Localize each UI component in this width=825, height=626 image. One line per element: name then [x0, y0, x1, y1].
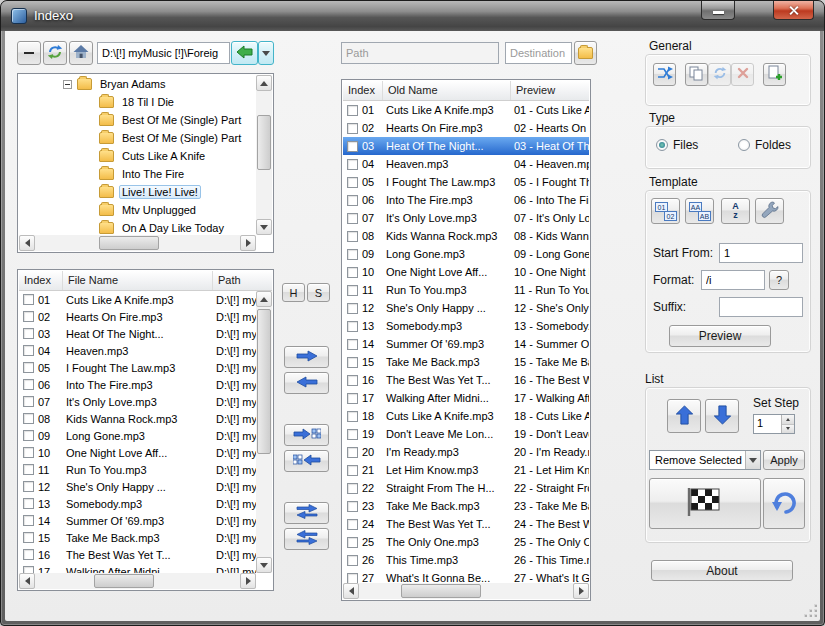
table-row[interactable]: 22Straight From The H...22 - Straight Fr… — [343, 479, 589, 497]
tree-collapse-icon[interactable] — [63, 80, 72, 89]
swap-lists-button-bottom[interactable] — [284, 528, 329, 550]
scroll-up-button[interactable] — [256, 75, 272, 91]
row-checkbox[interactable] — [23, 566, 34, 573]
suffix-input[interactable] — [719, 297, 803, 317]
destination-field[interactable] — [505, 42, 572, 64]
table-row[interactable]: 08Kids Wanna Rock.mp3D:\[!] myMusic — [19, 410, 256, 427]
tree-horizontal-scrollbar[interactable] — [19, 235, 256, 251]
row-checkbox[interactable] — [347, 249, 358, 260]
file-vertical-scrollbar[interactable] — [256, 291, 272, 573]
table-row[interactable]: 04Heaven.mp304 - Heaven.mp3 — [343, 155, 589, 173]
home-button[interactable] — [69, 41, 93, 65]
row-checkbox[interactable] — [23, 311, 34, 322]
scroll-thumb[interactable] — [257, 309, 271, 454]
table-row[interactable]: 08Kids Wanna Rock.mp308 - Kids Wanna ... — [343, 227, 589, 245]
row-checkbox[interactable] — [347, 411, 358, 422]
format-input[interactable] — [701, 270, 765, 290]
row-checkbox[interactable] — [23, 379, 34, 390]
table-row[interactable]: 14Summer Of '69.mp3D:\[!] myMusic — [19, 512, 256, 529]
row-checkbox[interactable] — [23, 532, 34, 543]
row-checkbox[interactable] — [23, 481, 34, 492]
column-header[interactable]: Index — [343, 81, 383, 100]
row-checkbox[interactable] — [347, 285, 358, 296]
row-checkbox[interactable] — [347, 483, 358, 494]
path-field[interactable] — [341, 42, 499, 64]
column-header[interactable]: Preview — [511, 81, 589, 100]
row-checkbox[interactable] — [347, 195, 358, 206]
move-left-button[interactable] — [284, 372, 329, 394]
scroll-thumb[interactable] — [257, 115, 271, 170]
row-checkbox[interactable] — [23, 515, 34, 526]
table-row[interactable]: 09Long Gone.mp3D:\[!] myMusic — [19, 427, 256, 444]
tree-item[interactable]: Best Of Me (Single) Part — [19, 129, 256, 147]
row-checkbox[interactable] — [347, 555, 358, 566]
row-checkbox[interactable] — [347, 159, 358, 170]
radio-folders[interactable]: Foldes — [738, 138, 791, 152]
tree-item[interactable]: 18 Til I Die — [19, 93, 256, 111]
table-row[interactable]: 19Don't Leave Me Lon...19 - Don't Leave … — [343, 425, 589, 443]
row-checkbox[interactable] — [23, 413, 34, 424]
table-row[interactable]: 12She's Only Happy ...12 - She's Only Ha… — [343, 299, 589, 317]
table-row[interactable]: 26This Time.mp326 - This Time.mp... — [343, 551, 589, 569]
table-row[interactable]: 23Take Me Back.mp323 - Take Me Back... — [343, 497, 589, 515]
move-right-button[interactable] — [284, 346, 329, 368]
scroll-left-button[interactable] — [19, 235, 35, 251]
scroll-thumb[interactable] — [401, 584, 481, 598]
table-row[interactable]: 13Somebody.mp313 - Somebody.m... — [343, 317, 589, 335]
swap-lists-button-top[interactable] — [284, 502, 329, 524]
spinner-down-button[interactable] — [782, 425, 794, 434]
move-all-right-button[interactable] — [284, 424, 329, 446]
column-header[interactable]: Old Name — [383, 81, 511, 100]
scroll-thumb[interactable] — [94, 574, 154, 588]
tree-item[interactable]: Live! Live! Live! — [19, 183, 256, 201]
table-row[interactable]: 09Long Gone.mp309 - Long Gone.m... — [343, 245, 589, 263]
table-row[interactable]: 06Into The Fire.mp306 - Into The Fire... — [343, 191, 589, 209]
preview-horizontal-scrollbar[interactable] — [343, 583, 589, 599]
table-row[interactable]: 01Cuts Like A Knife.mp3D:\[!] myMusic — [19, 291, 256, 308]
table-row[interactable]: 13Somebody.mp3D:\[!] myMusic — [19, 495, 256, 512]
table-row[interactable]: 06Into The Fire.mp3D:\[!] myMusic — [19, 376, 256, 393]
tree-item[interactable]: On A Day Like Today — [19, 219, 256, 235]
row-checkbox[interactable] — [347, 105, 358, 116]
row-checkbox[interactable] — [347, 537, 358, 548]
column-header[interactable]: Index — [19, 271, 63, 290]
row-checkbox[interactable] — [347, 339, 358, 350]
move-down-button[interactable] — [705, 399, 739, 433]
scroll-left-button[interactable] — [343, 583, 359, 599]
h-button[interactable]: H — [282, 283, 305, 302]
table-row[interactable]: 15Take Me Back.mp3D:\[!] myMusic — [19, 529, 256, 546]
table-row[interactable]: 10One Night Love Aff...10 - One Night Lo… — [343, 263, 589, 281]
spinner-up-button[interactable] — [782, 415, 794, 425]
scroll-down-button[interactable] — [256, 219, 272, 235]
table-row[interactable]: 17Walking After Midni...17 - Walking Aft… — [343, 389, 589, 407]
tools-button[interactable] — [755, 198, 784, 224]
table-row[interactable]: 27What's It Gonna Be...27 - What's It Go… — [343, 569, 589, 583]
copy-button[interactable] — [685, 63, 708, 86]
table-row[interactable]: 02Hearts On Fire.mp302 - Hearts On Fir..… — [343, 119, 589, 137]
row-checkbox[interactable] — [347, 465, 358, 476]
row-checkbox[interactable] — [23, 328, 34, 339]
table-row[interactable]: 20I'm Ready.mp320 - I'm Ready.mp... — [343, 443, 589, 461]
move-up-button[interactable] — [667, 399, 701, 433]
execute-button[interactable] — [649, 478, 761, 529]
dropdown-arrow[interactable] — [745, 451, 760, 469]
undo-button[interactable] — [763, 478, 805, 529]
refresh-tree-button[interactable] — [43, 41, 67, 65]
start-from-input[interactable] — [719, 243, 803, 263]
row-checkbox[interactable] — [347, 303, 358, 314]
about-button[interactable]: About — [651, 560, 793, 581]
row-checkbox[interactable] — [347, 141, 358, 152]
table-row[interactable]: 02Hearts On Fire.mp3D:\[!] myMusic — [19, 308, 256, 325]
column-header[interactable]: Path — [213, 271, 272, 290]
apply-button[interactable]: Apply — [763, 450, 805, 470]
tree-item[interactable]: Best Of Me (Single) Part — [19, 111, 256, 129]
table-row[interactable]: 11Run To You.mp311 - Run To You.m... — [343, 281, 589, 299]
row-checkbox[interactable] — [347, 393, 358, 404]
move-dropdown-button[interactable] — [258, 41, 274, 65]
table-row[interactable]: 05I Fought The Law.mp305 - I Fought The … — [343, 173, 589, 191]
letters-template-button[interactable]: AA AB — [685, 198, 714, 224]
table-row[interactable]: 24The Best Was Yet T...24 - The Best Was… — [343, 515, 589, 533]
row-checkbox[interactable] — [23, 498, 34, 509]
column-header[interactable]: File Name — [63, 271, 213, 290]
browse-destination-button[interactable] — [574, 41, 597, 65]
